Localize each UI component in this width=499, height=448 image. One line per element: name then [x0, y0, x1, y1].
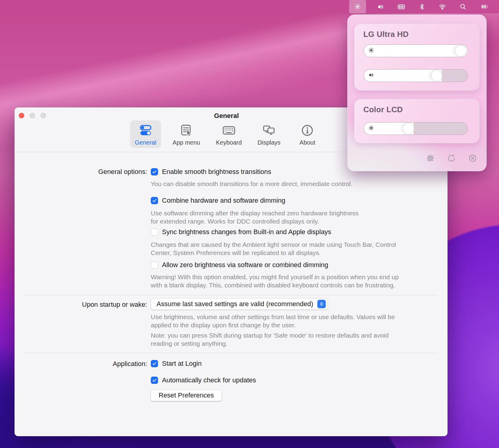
slider-fill — [364, 45, 468, 57]
slider-knob[interactable] — [455, 45, 466, 57]
description-line: Changes that are caused by the Ambient l… — [151, 240, 396, 249]
description-line: for extended range. Works for DDC contro… — [151, 217, 359, 225]
tab-general-label: General — [135, 139, 156, 146]
checkbox-label: Automatically check for updates — [162, 376, 256, 384]
checkbox-combine-dimming[interactable] — [151, 197, 158, 204]
tab-general[interactable]: General — [130, 120, 161, 148]
tab-app-menu-label: App menu — [173, 139, 200, 146]
refresh-icon[interactable] — [447, 154, 456, 163]
battery-gauge-icon[interactable] — [395, 0, 407, 13]
app-menu-icon — [179, 123, 193, 138]
startup-popup-value: Assume last saved settings are valid (re… — [157, 300, 313, 308]
close-panel-icon[interactable] — [468, 154, 477, 163]
bluetooth-menu-icon[interactable] — [416, 0, 428, 13]
tab-keyboard-label: Keyboard — [216, 139, 242, 146]
slider-fill — [364, 70, 442, 82]
option-smooth-transitions: Enable smooth brightness transitions — [151, 168, 271, 176]
search-menu-icon[interactable] — [457, 0, 469, 13]
volume-menu-icon[interactable] — [375, 0, 387, 13]
brightness-slider[interactable] — [364, 122, 468, 135]
option-description: You can disable smooth transitions for a… — [151, 180, 352, 188]
option-combine-dimming: Combine hardware and software dimming — [151, 197, 285, 204]
option-description: Warning! With this option enabled, you m… — [151, 273, 399, 289]
checkbox-label: Start at Login — [162, 360, 202, 368]
slider-knob[interactable] — [431, 70, 442, 81]
tab-about-label: About — [299, 139, 315, 146]
tab-displays-label: Displays — [258, 139, 281, 146]
startup-note: Note: you can press Shift during startup… — [151, 331, 388, 348]
description-line: Use brightness, volume and other setting… — [151, 313, 395, 321]
checkbox-label: Sync brightness changes from Built-in an… — [162, 228, 331, 236]
startup-popup-button[interactable]: Assume last saved settings are valid (re… — [151, 298, 328, 310]
reset-row: Reset Preferences — [151, 390, 222, 401]
display-card-color-lcd: Color LCD — [354, 99, 479, 143]
startup-popup-row: Assume last saved settings are valid (re… — [151, 298, 328, 310]
startup-description: Use brightness, volume and other setting… — [151, 313, 395, 329]
checkbox-label: Combine hardware and software dimming — [162, 197, 285, 204]
battery-charging-menu-icon[interactable] — [478, 0, 492, 13]
settings-gear-icon[interactable] — [426, 154, 435, 163]
display-name: Color LCD — [363, 105, 403, 114]
checkbox-label: Enable smooth brightness transitions — [162, 168, 271, 176]
info-icon — [300, 123, 314, 138]
option-sync-brightness: Sync brightness changes from Built-in an… — [151, 228, 331, 236]
checkbox-sync-brightness[interactable] — [151, 228, 158, 236]
panel-footer — [426, 154, 477, 163]
checkbox-label: Allow zero brightness via software or co… — [162, 261, 328, 269]
brightness-icon — [368, 125, 375, 132]
displays-icon — [262, 123, 276, 138]
menu-bar-status-icons — [349, 0, 492, 13]
description-line: Note: you can press Shift during startup… — [151, 331, 388, 339]
tab-about[interactable]: About — [292, 120, 323, 148]
brightness-slider[interactable] — [364, 44, 468, 57]
startup-label: Upon startup or wake: — [15, 301, 147, 309]
keyboard-icon — [222, 123, 236, 138]
screen: General General — [0, 0, 499, 448]
checkbox-auto-updates[interactable] — [151, 377, 158, 384]
option-start-at-login: Start at Login — [151, 360, 202, 368]
tab-keyboard[interactable]: Keyboard — [212, 120, 246, 148]
checkbox-zero-brightness[interactable] — [151, 261, 158, 269]
reset-preferences-button[interactable]: Reset Preferences — [151, 390, 222, 401]
section-divider — [24, 295, 438, 295]
section-divider — [24, 353, 438, 353]
description-line: Use software dimming after the display r… — [151, 209, 359, 217]
option-auto-updates: Automatically check for updates — [151, 376, 256, 384]
checkbox-start-at-login[interactable] — [151, 360, 158, 367]
option-description: Use software dimming after the display r… — [151, 209, 359, 225]
menu-bar — [0, 0, 499, 13]
description-line: applied to the display upon first change… — [151, 321, 395, 329]
description-line: Center, System Preferences will be repli… — [151, 249, 396, 257]
description-line: with a blank display. This, combined wit… — [151, 281, 399, 289]
volume-slider[interactable] — [364, 69, 468, 82]
wifi-menu-icon[interactable] — [436, 0, 448, 13]
chevron-up-down-icon — [317, 300, 326, 308]
toggles-icon — [139, 123, 153, 138]
checkbox-smooth-transitions[interactable] — [151, 168, 158, 175]
option-description: Changes that are caused by the Ambient l… — [151, 240, 396, 257]
brightness-icon — [368, 47, 375, 55]
tab-displays[interactable]: Displays — [253, 120, 285, 148]
volume-icon — [368, 72, 375, 80]
description-line: You can disable smooth transitions for a… — [151, 180, 352, 188]
description-line: reading or setting anything. — [151, 339, 388, 348]
display-control-panel: LG Ultra HD — [347, 15, 487, 171]
option-zero-brightness: Allow zero brightness via software or co… — [151, 261, 328, 269]
display-card-lg-ultra-hd: LG Ultra HD — [354, 24, 479, 90]
tab-app-menu[interactable]: App menu — [168, 120, 204, 148]
description-line: Warning! With this option enabled, you m… — [151, 273, 399, 281]
general-options-label: General options: — [15, 168, 147, 176]
brightness-menu-icon[interactable] — [349, 0, 366, 13]
display-name: LG Ultra HD — [363, 30, 409, 39]
slider-knob[interactable] — [403, 123, 414, 134]
application-label: Application: — [15, 360, 147, 368]
